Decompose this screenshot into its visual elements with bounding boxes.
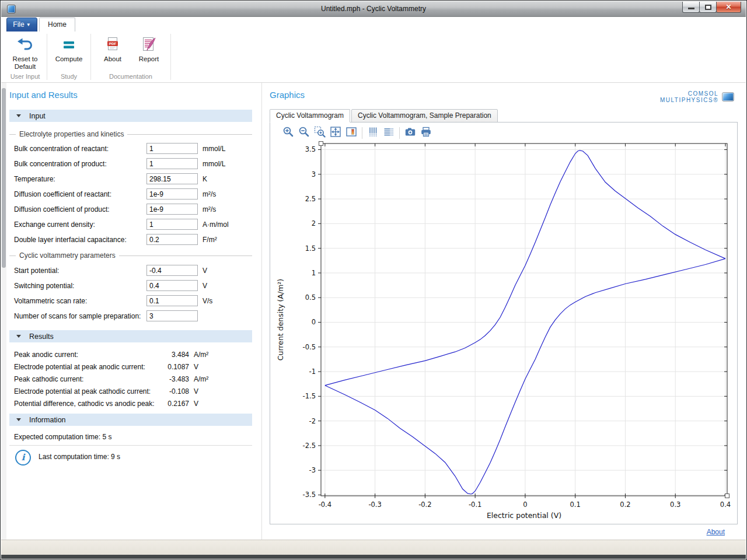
- ribbon-group-separator: [47, 34, 47, 80]
- voltammetric-scan-rate-input[interactable]: [146, 295, 198, 306]
- result-row-electrode-potential-at-peak-anodic-current: Electrode potential at peak anodic curre…: [9, 361, 252, 373]
- plot-corner-grip[interactable]: [319, 142, 323, 146]
- maximize-button[interactable]: [699, 2, 717, 13]
- section-header-results[interactable]: Results: [9, 330, 252, 342]
- number-of-scans-for-sample-preparation-input[interactable]: [146, 310, 198, 321]
- button-label: Report: [139, 55, 159, 63]
- tick-label-y: -0.5: [303, 343, 316, 351]
- field-label: Start potential:: [14, 267, 59, 275]
- section-header-information[interactable]: Information: [9, 414, 252, 426]
- result-label: Peak anodic current:: [14, 351, 78, 359]
- start-potential-input[interactable]: [146, 265, 198, 276]
- file-menu-button[interactable]: File▼: [6, 18, 37, 32]
- ribbon-group-label: User Input: [7, 72, 43, 82]
- ribbon-group-label: Study: [51, 72, 87, 82]
- zoom-extents-icon: [330, 126, 341, 140]
- field-row-number-of-scans-for-sample-preparation: Number of scans for sample preparation:: [9, 310, 252, 322]
- plot-tab-cyclic-voltammogram[interactable]: Cyclic Voltammogram: [270, 109, 350, 123]
- section-label: Input: [29, 112, 46, 120]
- double-layer-interfacial-capacitance-input[interactable]: [146, 234, 198, 245]
- legend-line: [119, 256, 252, 256]
- group-legend-electrolyte-properties-and-kinetics: Electrolyte properties and kinetics: [9, 130, 252, 138]
- camera-button[interactable]: [403, 126, 417, 140]
- switching-potential-input[interactable]: [146, 280, 198, 291]
- field-row-exchange-current-density: Exchange current density:A·m/mol: [9, 219, 252, 230]
- field-row-switching-potential: Switching potential:V: [9, 280, 252, 292]
- ribbon-group-documentation: PDFAboutReportDocumentation: [92, 32, 169, 82]
- field-label: Bulk concentration of product:: [14, 160, 107, 168]
- ribbon-group-user-input: Reset to DefaultUser Input: [5, 32, 46, 82]
- comsol-logo-icon: [722, 92, 734, 102]
- field-unit: V: [203, 282, 207, 290]
- cyclic-voltammogram-plot[interactable]: -0.4-0.3-0.2-0.100.10.20.30.4-3.5-3-2.5-…: [270, 123, 737, 524]
- window-bottom-frame: [1, 540, 746, 559]
- result-value: 0.1087: [149, 363, 189, 371]
- titlebar[interactable]: Untitled.mph - Cyclic Voltammetry ✕: [1, 1, 746, 17]
- zoom-out-button[interactable]: [297, 126, 311, 140]
- print-icon: [420, 126, 432, 140]
- zoom-in-button[interactable]: [281, 126, 295, 140]
- zoom-extents-button[interactable]: [329, 126, 343, 140]
- about-link[interactable]: About: [707, 528, 725, 536]
- bulk-concentration-of-product-input[interactable]: [146, 158, 198, 169]
- plot-corner-grip[interactable]: [725, 494, 729, 498]
- diffusion-coefficient-of-product-input[interactable]: [146, 204, 198, 215]
- section-label: Information: [29, 416, 66, 424]
- file-menu-label: File: [13, 20, 24, 29]
- print-button[interactable]: [419, 126, 433, 140]
- tick-label-x: 0.3: [670, 501, 680, 509]
- about-button[interactable]: PDFAbout: [95, 33, 131, 72]
- section-label: Results: [29, 332, 54, 341]
- compute-button[interactable]: Compute: [51, 33, 87, 72]
- ribbon-tab-home[interactable]: Home: [39, 18, 75, 32]
- result-value: -3.483: [149, 375, 189, 383]
- content-area: Input and Results InputElectrolyte prope…: [1, 83, 746, 540]
- tick-label-x: -0.2: [418, 501, 431, 509]
- minimize-button[interactable]: [682, 2, 700, 13]
- field-label: Double layer interfacial capacitance:: [14, 236, 127, 244]
- report-button[interactable]: Report: [131, 33, 167, 72]
- zoom-box-button[interactable]: [313, 126, 327, 140]
- y-grid-button[interactable]: [382, 126, 396, 140]
- toolbar-separator: [362, 127, 362, 139]
- result-row-peak-cathodic-current: Peak cathodic current:-3.483A/m²: [9, 373, 252, 385]
- button-label: Compute: [55, 55, 83, 63]
- close-button[interactable]: ✕: [716, 2, 741, 13]
- app-window: Untitled.mph - Cyclic Voltammetry ✕ File…: [0, 0, 747, 560]
- result-unit: V: [194, 400, 198, 408]
- temperature-input[interactable]: [146, 173, 198, 184]
- field-row-temperature: Temperature:K: [9, 173, 252, 185]
- field-unit: V/s: [203, 297, 212, 305]
- svg-text:PDF: PDF: [109, 41, 117, 46]
- bulk-concentration-of-reactant-input[interactable]: [146, 143, 198, 154]
- result-unit: V: [194, 363, 198, 371]
- legend-color-button[interactable]: [344, 126, 358, 140]
- diffusion-coefficient-of-reactant-input[interactable]: [146, 188, 198, 200]
- tick-label-x: -0.4: [319, 501, 331, 509]
- section-header-input[interactable]: Input: [9, 110, 252, 122]
- compute-icon: [61, 34, 77, 54]
- pdf-icon: PDF: [104, 34, 121, 54]
- scrollbar-thumb[interactable]: [2, 88, 6, 268]
- result-row-peak-anodic-current: Peak anodic current:3.484A/m²: [9, 349, 252, 360]
- result-unit: A/m²: [194, 375, 208, 383]
- field-unit: mmol/L: [203, 145, 225, 153]
- legend-line: [127, 134, 252, 135]
- exchange-current-density-input[interactable]: [146, 219, 198, 230]
- field-label: Switching potential:: [14, 282, 74, 290]
- reset-to-default-button[interactable]: Reset to Default: [7, 33, 43, 72]
- field-unit: A·m/mol: [203, 220, 229, 229]
- tick-label-x: 0.4: [720, 501, 731, 509]
- x-axis-label: Electric potential (V): [487, 511, 561, 520]
- y-grid-icon: [383, 126, 395, 140]
- left-scrollbar[interactable]: [1, 83, 6, 540]
- x-grid-button[interactable]: [366, 126, 380, 140]
- field-row-bulk-concentration-of-reactant: Bulk concentration of reactant:mmol/L: [9, 143, 252, 155]
- field-row-diffusion-coefficient-of-product: Diffusion coefficient of product:m²/s: [9, 204, 252, 215]
- tick-label-y: 1: [312, 269, 316, 277]
- tick-label-y: 3: [312, 170, 316, 178]
- tick-label-y: -1.5: [303, 392, 316, 400]
- minimize-icon: [688, 8, 694, 9]
- plot-tab-cyclic-voltammogram-sample-preparation[interactable]: Cyclic Voltammogram, Sample Preparation: [351, 109, 498, 123]
- panel-title: Input and Results: [9, 90, 78, 100]
